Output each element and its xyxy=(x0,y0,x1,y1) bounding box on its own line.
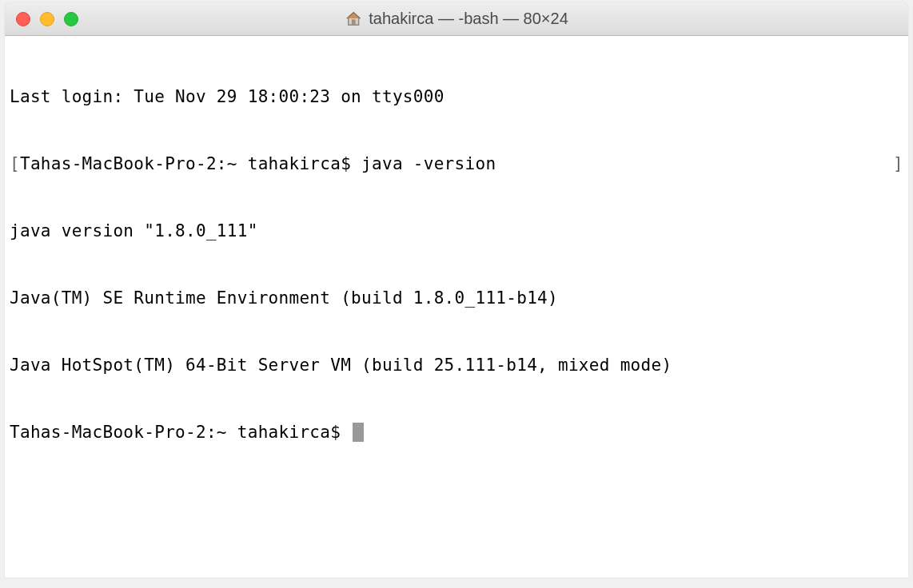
bracket-open: [ xyxy=(10,154,20,173)
minimize-button[interactable] xyxy=(40,12,54,26)
bracket-close: ] xyxy=(893,153,903,175)
prompt-text: Tahas-MacBook-Pro-2:~ tahakirca$ xyxy=(10,423,351,442)
cursor xyxy=(353,423,364,442)
terminal-line-last-login: Last login: Tue Nov 29 18:00:23 on ttys0… xyxy=(10,85,903,108)
terminal-line-java-runtime: Java(TM) SE Runtime Environment (build 1… xyxy=(10,287,903,309)
close-button[interactable] xyxy=(16,12,30,26)
window-title-container: tahakirca — -bash — 80×24 xyxy=(345,10,568,28)
terminal-line-java-version: java version "1.8.0_111" xyxy=(10,220,903,242)
terminal-line-java-hotspot: Java HotSpot(TM) 64-Bit Server VM (build… xyxy=(10,354,903,376)
terminal-line-prompt: Tahas-MacBook-Pro-2:~ tahakirca$ xyxy=(10,421,903,443)
window-title: tahakirca — -bash — 80×24 xyxy=(369,10,568,28)
terminal-line-command: [Tahas-MacBook-Pro-2:~ tahakirca$ java -… xyxy=(10,153,903,175)
home-icon xyxy=(345,10,362,28)
traffic-lights xyxy=(16,12,78,26)
svg-rect-0 xyxy=(352,19,355,24)
terminal-body[interactable]: Last login: Tue Nov 29 18:00:23 on ttys0… xyxy=(5,36,908,578)
titlebar[interactable]: tahakirca — -bash — 80×24 xyxy=(5,2,908,36)
prompt-command: java -version xyxy=(361,154,496,173)
maximize-button[interactable] xyxy=(64,12,78,26)
terminal-window: tahakirca — -bash — 80×24 Last login: Tu… xyxy=(5,2,908,578)
prompt-host: Tahas-MacBook-Pro-2:~ tahakirca$ xyxy=(20,154,361,173)
